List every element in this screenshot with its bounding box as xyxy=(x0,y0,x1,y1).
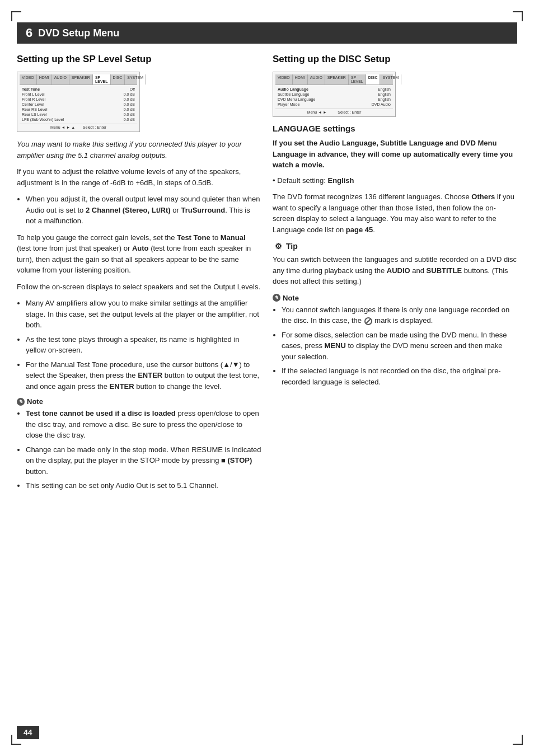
menu-row-testtone: Test Tone Off xyxy=(20,87,137,92)
bullet-list-2: Many AV amplifiers allow you to make sim… xyxy=(26,298,261,392)
right-note-bullet-2: For some discs, selection can be made us… xyxy=(282,330,517,363)
tab-hdmi: HDMI xyxy=(37,74,52,84)
tab-video: VIDEO xyxy=(20,74,37,84)
corner-mark-br xyxy=(513,735,523,745)
bullet-item-manual: For the Manual Test Tone procedure, use … xyxy=(26,359,261,392)
tip-icon: ⚙ xyxy=(273,241,284,252)
right-column: Setting up the DISC Setup VIDEO HDMI AUD… xyxy=(273,44,517,498)
right-section-heading: Setting up the DISC Setup xyxy=(273,54,517,65)
menu-row-frontr: Front R Level 0.0 dB xyxy=(20,97,137,102)
sp-level-menu-footer: Menu ◄ ► ▲ Select : Enter xyxy=(20,124,137,129)
note-bullet-3: This setting can be set only Audio Out i… xyxy=(26,480,261,491)
dvd-para: The DVD format recognizes 136 different … xyxy=(273,191,517,235)
corner-mark-tl xyxy=(11,11,21,21)
disc-row-subtitle: Subtitle Language English xyxy=(275,92,393,97)
note-header: ✎ Note xyxy=(17,397,261,406)
tip-text: You can switch between the languages and… xyxy=(273,254,517,287)
bullet-list-1: When you adjust it, the overall output l… xyxy=(26,194,261,227)
menu-row-lfe: LFE (Sub Woofer) Level 0.0 dB xyxy=(20,117,137,122)
chapter-title: DVD Setup Menu xyxy=(38,27,119,39)
tip-label: Tip xyxy=(286,242,298,251)
tab-disc: DISC xyxy=(111,74,125,84)
sp-level-menu-screenshot: VIDEO HDMI AUDIO SPEAKER SP LEVEL DISC S… xyxy=(17,72,140,132)
bullet-item: When you adjust it, the overall output l… xyxy=(26,194,261,227)
tab-system: SYSTEM xyxy=(125,74,146,84)
no-symbol-icon xyxy=(364,317,372,325)
sp-level-menu-tabs: VIDEO HDMI AUDIO SPEAKER SP LEVEL DISC S… xyxy=(20,74,137,85)
language-settings-heading: LANGUAGE settings xyxy=(273,124,517,133)
disc-tab-system: SYSTEM xyxy=(380,74,401,84)
chapter-number: 6 xyxy=(26,26,32,40)
tab-audio: AUDIO xyxy=(52,74,69,84)
testtone-value: Off xyxy=(130,87,135,91)
note-bullet-list: Test tone cannot be used if a disc is lo… xyxy=(26,408,261,491)
tip-section: ⚙ Tip You can switch between the languag… xyxy=(273,241,517,287)
menu-row-center: Center Level 0.0 dB xyxy=(20,102,137,107)
menu-row-frontl: Front L Level 0.0 dB xyxy=(20,92,137,97)
right-note-label: Note xyxy=(283,294,299,302)
para2: To help you gauge the correct gain level… xyxy=(17,232,261,276)
tip-header: ⚙ Tip xyxy=(273,241,517,252)
menu-row-rearls: Rear LS Level 0.0 dB xyxy=(20,112,137,117)
italic-intro: You may want to make this setting if you… xyxy=(17,139,261,161)
right-note-bullet-list: You cannot switch languages if there is … xyxy=(282,304,517,388)
right-note-section: ✎ Note You cannot switch languages if th… xyxy=(273,294,517,388)
bullet-item-yellow: As the test tone plays through a speaker… xyxy=(26,334,261,356)
disc-row-audio: Audio Language English xyxy=(275,87,393,92)
right-note-bullet-1: You cannot switch languages if there is … xyxy=(282,304,517,326)
page-number: 44 xyxy=(17,726,39,739)
tab-speaker: SPEAKER xyxy=(69,74,93,84)
note-label: Note xyxy=(27,397,43,406)
content-columns: Setting up the SP Level Setup VIDEO HDMI… xyxy=(17,44,517,498)
note-bullet-2: Change can be made only in the stop mode… xyxy=(26,444,261,477)
para3: Follow the on-screen displays to select … xyxy=(17,281,261,293)
default-setting: • Default setting: English xyxy=(273,175,517,186)
disc-row-playermode: Player Mode DVD Audio xyxy=(275,102,393,107)
disc-menu-footer: Menu ◄ ► Select : Enter xyxy=(275,109,393,114)
left-note-section: ✎ Note Test tone cannot be used if a dis… xyxy=(17,397,261,491)
disc-tab-disc: DISC xyxy=(366,74,381,84)
bullet-item-amp: Many AV amplifiers allow you to make sim… xyxy=(26,298,261,331)
tab-splevel: SP LEVEL xyxy=(93,74,111,84)
left-column: Setting up the SP Level Setup VIDEO HDMI… xyxy=(17,44,261,498)
disc-menu-screenshot: VIDEO HDMI AUDIO SPEAKER SP LEVEL DISC S… xyxy=(273,72,396,117)
disc-row-dvdmenu: DVD Menu Language English xyxy=(275,97,393,102)
para1: If you want to adjust the relative volum… xyxy=(17,166,261,188)
menu-row-rearrs: Rear RS Level 0.0 dB xyxy=(20,107,137,112)
disc-tab-video: VIDEO xyxy=(275,74,293,84)
lang-bold-text: If you set the Audio Language, Subtitle … xyxy=(273,138,517,171)
testtone-label: Test Tone xyxy=(22,87,40,91)
disc-menu-tabs: VIDEO HDMI AUDIO SPEAKER SP LEVEL DISC S… xyxy=(275,74,393,85)
note-icon: ✎ xyxy=(17,398,25,406)
disc-tab-speaker: SPEAKER xyxy=(325,74,349,84)
corner-mark-tr xyxy=(513,11,523,21)
disc-tab-splevel: SP LEVEL xyxy=(349,74,366,84)
disc-tab-hdmi: HDMI xyxy=(293,74,308,84)
disc-tab-audio: AUDIO xyxy=(308,74,325,84)
left-section-heading: Setting up the SP Level Setup xyxy=(17,54,261,65)
right-note-bullet-3: If the selected language is not recorded… xyxy=(282,365,517,387)
right-note-header: ✎ Note xyxy=(273,294,517,302)
right-note-icon: ✎ xyxy=(273,294,280,302)
note-bullet-1: Test tone cannot be used if a disc is lo… xyxy=(26,408,261,441)
chapter-header: 6 DVD Setup Menu xyxy=(17,22,517,44)
